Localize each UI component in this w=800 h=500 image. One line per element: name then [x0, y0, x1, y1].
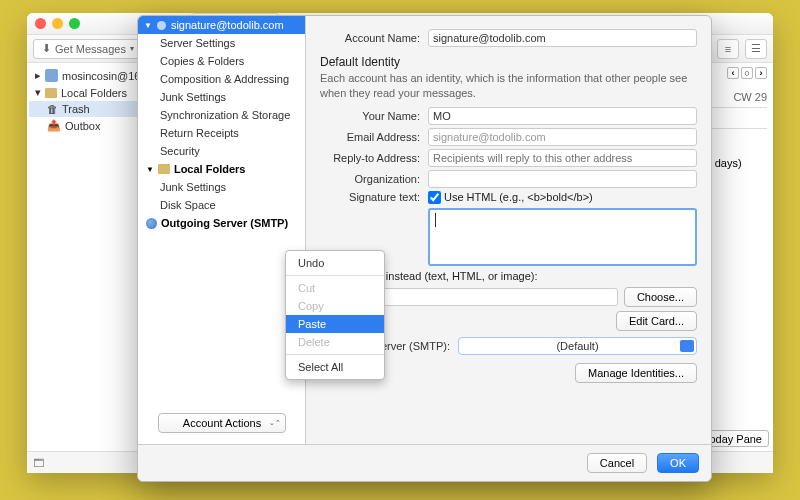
sidebar-junk[interactable]: Junk Settings: [138, 88, 305, 106]
sidebar-server-settings[interactable]: Server Settings: [138, 34, 305, 52]
context-menu: Undo Cut Copy Paste Delete Select All: [285, 250, 385, 380]
ctx-delete: Delete: [286, 333, 384, 351]
account-dot-icon: [157, 21, 166, 30]
ctx-paste[interactable]: Paste: [286, 315, 384, 333]
today-dot-button[interactable]: ○: [741, 67, 753, 79]
account-header-label: signature@todolib.com: [171, 19, 284, 31]
account-row[interactable]: ▸ mosincosin@163: [29, 67, 154, 84]
trash-icon: 🗑: [47, 103, 58, 115]
sidebar-sync-storage[interactable]: Synchronization & Storage: [138, 106, 305, 124]
folder-icon: [158, 164, 170, 174]
organization-label: Organization:: [320, 173, 420, 185]
zoom-icon[interactable]: [69, 18, 80, 29]
ctx-separator: [286, 354, 384, 355]
sidebar-lf-junk[interactable]: Junk Settings: [138, 178, 305, 196]
use-html-label: Use HTML (e.g., <b>bold</b>): [444, 191, 593, 203]
your-name-input[interactable]: [428, 107, 697, 125]
default-identity-heading: Default Identity: [320, 55, 697, 69]
account-actions-label: Account Actions: [183, 417, 261, 429]
toolbar-extra-2[interactable]: ☰: [745, 39, 767, 59]
mailbox-icon: [45, 69, 58, 82]
local-folders-row[interactable]: ▾ Local Folders: [29, 84, 154, 101]
disclosure-triangle-icon[interactable]: ▼: [144, 21, 152, 30]
sidebar-security[interactable]: Security: [138, 142, 305, 160]
sidebar-lf-disk[interactable]: Disk Space: [138, 196, 305, 214]
smtp-value: (Default): [556, 340, 598, 352]
prev-day-button[interactable]: ‹: [727, 67, 739, 79]
ctx-separator: [286, 275, 384, 276]
smtp-dropdown[interactable]: (Default): [458, 337, 697, 355]
dialog-footer: Cancel OK: [138, 444, 711, 481]
outbox-icon: 📤: [47, 119, 61, 132]
today-pane-label: Today Pane: [704, 433, 762, 445]
account-label: mosincosin@163: [62, 70, 147, 82]
manage-identities-button[interactable]: Manage Identities...: [575, 363, 697, 383]
globe-icon: [146, 218, 157, 229]
outbox-label: Outbox: [65, 120, 100, 132]
account-settings-dialog: ▼ signature@todolib.com Server Settings …: [137, 15, 712, 482]
window-controls: [35, 18, 80, 29]
get-messages-button[interactable]: ⬇ Get Messages ▾: [33, 39, 143, 59]
folder-outbox[interactable]: 📤 Outbox: [29, 117, 154, 134]
account-header-row[interactable]: ▼ signature@todolib.com: [138, 16, 305, 34]
local-folders-label: Local Folders: [174, 163, 246, 175]
ctx-copy: Copy: [286, 297, 384, 315]
account-actions-dropdown[interactable]: Account Actions: [158, 413, 286, 433]
email-input[interactable]: [428, 128, 697, 146]
trash-label: Trash: [62, 103, 90, 115]
close-icon[interactable]: [35, 18, 46, 29]
chevron-down-icon: ▾: [130, 44, 134, 53]
organization-input[interactable]: [428, 170, 697, 188]
folder-trash[interactable]: 🗑 Trash: [29, 101, 154, 117]
sidebar-composition[interactable]: Composition & Addressing: [138, 70, 305, 88]
sidebar-local-folders[interactable]: ▼ Local Folders: [138, 160, 305, 178]
use-html-checkbox[interactable]: [428, 191, 441, 204]
download-icon: ⬇: [42, 42, 51, 55]
accounts-sidebar: ▼ signature@todolib.com Server Settings …: [138, 16, 306, 444]
account-name-input[interactable]: [428, 29, 697, 47]
disclosure-triangle-icon[interactable]: ▼: [146, 165, 154, 174]
outgoing-label: Outgoing Server (SMTP): [161, 217, 288, 229]
your-name-label: Your Name:: [320, 110, 420, 122]
ctx-undo[interactable]: Undo: [286, 254, 384, 272]
minimize-icon[interactable]: [52, 18, 63, 29]
reply-to-input[interactable]: [428, 149, 697, 167]
sidebar-return-receipts[interactable]: Return Receipts: [138, 124, 305, 142]
sidebar-outgoing-server[interactable]: Outgoing Server (SMTP): [138, 214, 305, 232]
account-name-label: Account Name:: [320, 32, 420, 44]
email-label: Email Address:: [320, 131, 420, 143]
local-folders-label: Local Folders: [61, 87, 127, 99]
signature-label: Signature text:: [320, 191, 420, 203]
get-messages-label: Get Messages: [55, 43, 126, 55]
status-icon: 🗔: [33, 457, 44, 469]
ctx-cut: Cut: [286, 279, 384, 297]
folder-icon: [45, 88, 57, 98]
toolbar-extra-1[interactable]: ≡: [717, 39, 739, 59]
ctx-select-all[interactable]: Select All: [286, 358, 384, 376]
sidebar-copies-folders[interactable]: Copies & Folders: [138, 52, 305, 70]
reply-to-label: Reply-to Address:: [320, 152, 420, 164]
next-day-button[interactable]: ›: [755, 67, 767, 79]
identity-description: Each account has an identity, which is t…: [320, 71, 697, 101]
signature-textarea[interactable]: [428, 208, 697, 266]
cancel-button[interactable]: Cancel: [587, 453, 647, 473]
edit-card-button[interactable]: Edit Card...: [616, 311, 697, 331]
choose-file-button[interactable]: Choose...: [624, 287, 697, 307]
ok-button[interactable]: OK: [657, 453, 699, 473]
